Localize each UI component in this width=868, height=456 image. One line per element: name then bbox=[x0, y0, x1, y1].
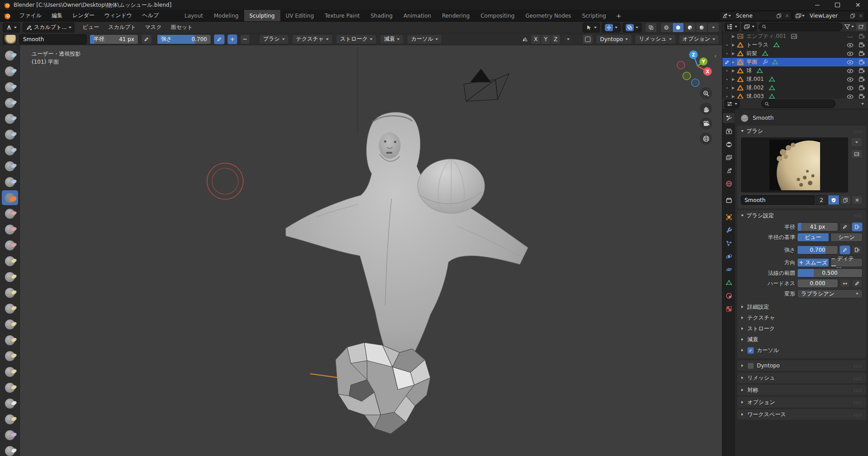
direction-option-0[interactable]: + スムーズ bbox=[797, 258, 829, 267]
hide-in-viewport-icon[interactable] bbox=[846, 59, 854, 66]
unlink-brush-icon[interactable]: ✕ bbox=[852, 195, 863, 205]
gizmos-popover[interactable] bbox=[602, 23, 621, 33]
brush-select-dropdown[interactable] bbox=[851, 137, 863, 147]
radius-pressure-icon[interactable] bbox=[840, 222, 850, 231]
outliner-row-平面[interactable]: ▶平面 bbox=[722, 58, 868, 66]
disable-in-renders-icon[interactable] bbox=[858, 42, 866, 48]
hardness-inverse-icon[interactable]: ↔ bbox=[840, 279, 850, 288]
properties-tab-texture[interactable] bbox=[723, 304, 735, 314]
editor-type-button[interactable] bbox=[3, 23, 20, 33]
mirror-axis-x[interactable]: X bbox=[531, 34, 541, 44]
tool-flatten[interactable] bbox=[2, 206, 18, 221]
object-name[interactable]: エンプティ.001 bbox=[745, 33, 788, 40]
workspace-tab-geometry-nodes[interactable]: Geometry Nodes bbox=[520, 10, 576, 21]
properties-tab-collection[interactable] bbox=[723, 195, 735, 205]
tool-inflate[interactable] bbox=[2, 143, 18, 158]
properties-tab-data[interactable] bbox=[723, 277, 735, 287]
tool-clay[interactable] bbox=[2, 80, 18, 94]
direction-option-1[interactable]: − ディテー... bbox=[830, 258, 863, 267]
hardness-pressure-icon[interactable] bbox=[852, 279, 863, 288]
object-name[interactable]: 前髪 bbox=[745, 50, 759, 57]
sub-panel-ストローク[interactable]: ストローク bbox=[737, 323, 866, 334]
hide-in-viewport-icon[interactable] bbox=[846, 85, 854, 91]
outliner-row-球.003[interactable]: •▶球.003 bbox=[722, 92, 868, 99]
tool-simplify[interactable] bbox=[2, 443, 18, 456]
hide-in-viewport-icon[interactable] bbox=[846, 33, 854, 40]
remove-viewlayer-icon[interactable]: ✕ bbox=[857, 12, 865, 19]
shading-material-icon[interactable] bbox=[684, 23, 696, 33]
radius-slider[interactable]: 41 px bbox=[797, 222, 838, 231]
normal-radius-slider[interactable]: 0.500 bbox=[797, 268, 863, 277]
perspective-toggle-button[interactable] bbox=[700, 132, 712, 145]
sub-panel-checkbox-カーソル[interactable]: ✓ bbox=[747, 347, 754, 354]
tool-pose[interactable] bbox=[2, 348, 18, 363]
disable-in-renders-icon[interactable] bbox=[858, 59, 866, 66]
outliner-row-球.001[interactable]: •▶球.001 bbox=[722, 75, 868, 84]
outliner-row-トーラス[interactable]: •▶トーラス bbox=[722, 41, 868, 49]
disable-in-renders-icon[interactable] bbox=[858, 67, 866, 74]
viewport-menu-面セット[interactable]: 面セット bbox=[166, 24, 198, 31]
outliner-display-mode-button[interactable] bbox=[741, 23, 757, 31]
direction-add-button[interactable]: + bbox=[227, 34, 237, 44]
mesh-data-icon[interactable] bbox=[769, 93, 775, 99]
panel-drag-dots[interactable]: :::: bbox=[854, 213, 863, 219]
viewlayer-name[interactable]: ViewLayer bbox=[806, 13, 849, 19]
hardness-slider[interactable]: 0.000 bbox=[797, 279, 838, 288]
tool-grab[interactable] bbox=[2, 285, 18, 300]
outliner-row-球[interactable]: •▶球 bbox=[722, 66, 868, 75]
outliner-editor-type-button[interactable] bbox=[724, 23, 740, 31]
disable-in-renders-icon[interactable] bbox=[858, 85, 866, 91]
tool-clay-strips[interactable] bbox=[2, 95, 18, 110]
panel-Dyntopo[interactable]: Dyntopo:::: bbox=[737, 360, 866, 371]
hide-in-viewport-icon[interactable] bbox=[846, 50, 854, 57]
viewlayer-icon[interactable] bbox=[794, 12, 806, 20]
tool-boundary[interactable] bbox=[2, 412, 18, 427]
viewport-menu-スカルプト[interactable]: スカルプト bbox=[104, 24, 140, 31]
tool-draw-sharp[interactable] bbox=[2, 64, 18, 79]
sidebar-collapse-arrow[interactable]: ‹ bbox=[714, 52, 717, 59]
workspace-tab-animation[interactable]: Animation bbox=[398, 10, 436, 21]
properties-search-input[interactable] bbox=[771, 101, 832, 107]
tool-slide-relax[interactable] bbox=[2, 396, 18, 411]
outliner-row-球.002[interactable]: •▶球.002 bbox=[722, 84, 868, 92]
zoom-button[interactable] bbox=[700, 87, 712, 99]
pan-hand-button[interactable] bbox=[700, 103, 712, 115]
options-popover[interactable]: オプション bbox=[679, 34, 719, 44]
popover-テクスチャ[interactable]: テクスチャ bbox=[292, 34, 333, 44]
panel-リメッシュ[interactable]: リメッシュ:::: bbox=[737, 372, 866, 383]
shading-rendered-icon[interactable] bbox=[696, 23, 708, 33]
outliner-row-エンプティ.001[interactable]: ▶エンプティ.001 bbox=[722, 32, 868, 41]
workspace-tab-sculpting[interactable]: Sculpting bbox=[244, 10, 280, 21]
tool-smooth[interactable] bbox=[2, 190, 18, 205]
visibility-popover[interactable] bbox=[583, 23, 600, 33]
radius-unit-toggle-icon[interactable] bbox=[852, 222, 863, 231]
strength-slider[interactable]: 強さ0.700 bbox=[157, 34, 211, 44]
disable-in-renders-icon[interactable] bbox=[858, 33, 866, 40]
radius-pressure-icon[interactable] bbox=[141, 34, 152, 44]
xray-toggle[interactable] bbox=[645, 23, 657, 33]
properties-tab-physics[interactable] bbox=[723, 251, 735, 261]
viewport-canvas[interactable]: ユーザー・透視投影 (101) 平面 Z Y X ‹ bbox=[20, 45, 722, 456]
radius-unit-option-0[interactable]: ビュー bbox=[797, 233, 829, 242]
fake-user-shield-icon[interactable] bbox=[828, 195, 839, 205]
panel-対称[interactable]: 対称:::: bbox=[737, 385, 866, 395]
tool-rotate[interactable] bbox=[2, 380, 18, 395]
maximize-button[interactable] bbox=[827, 0, 848, 10]
workspace-tab-scripting[interactable]: Scripting bbox=[576, 10, 611, 21]
duplicate-brush-icon[interactable] bbox=[840, 195, 851, 205]
hide-in-viewport-icon[interactable] bbox=[846, 93, 854, 99]
brush-preview-icon[interactable] bbox=[851, 149, 863, 159]
sub-panel-詳細設定[interactable]: 詳細設定 bbox=[737, 301, 866, 312]
mesh-data-icon[interactable] bbox=[769, 76, 775, 83]
brush-thumbnail[interactable] bbox=[3, 34, 16, 44]
sub-panel-減衰[interactable]: 減衰 bbox=[737, 334, 866, 345]
popover-ストローク[interactable]: ストローク bbox=[336, 34, 377, 44]
properties-tab-object[interactable] bbox=[723, 212, 735, 222]
menubar-item-編集[interactable]: 編集 bbox=[47, 12, 67, 19]
tool-cloth[interactable] bbox=[2, 428, 18, 442]
scene-icon[interactable] bbox=[720, 12, 732, 20]
properties-tab-modifiers[interactable] bbox=[723, 225, 735, 235]
workspace-tab-compositing[interactable]: Compositing bbox=[475, 10, 520, 21]
brush-settings-header[interactable]: ブラシ設定 :::: bbox=[737, 210, 866, 221]
workspace-tab-uv-editing[interactable]: UV Editing bbox=[280, 10, 320, 21]
